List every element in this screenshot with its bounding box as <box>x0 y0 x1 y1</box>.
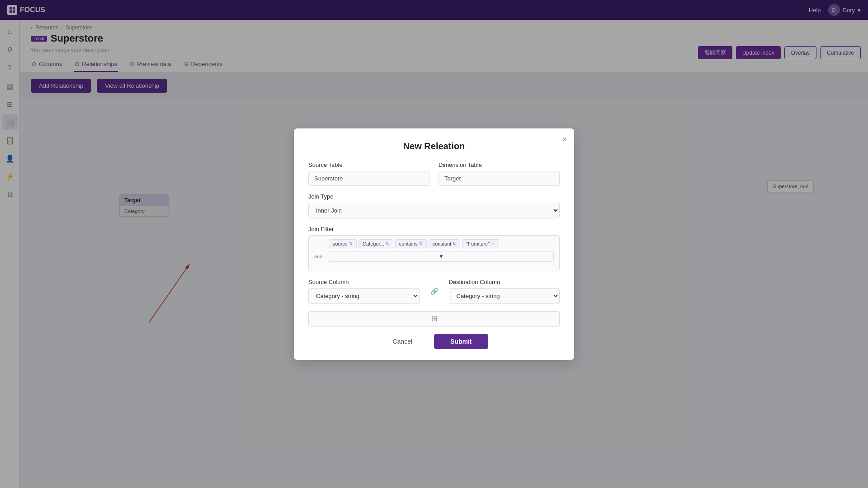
modal-title: New Releation <box>308 141 560 152</box>
source-column-select[interactable]: Category - string <box>308 288 420 304</box>
sort-icon-3: ⇅ <box>419 242 423 246</box>
modal-table-row: Source Table Dimension Table <box>308 161 560 186</box>
filter-category-value: Categor... <box>363 241 384 246</box>
join-filter-label: Join Filter <box>308 226 560 232</box>
filter-furniture-value: "Furniture" <box>466 241 490 246</box>
filter-remove-icon[interactable]: × <box>492 241 495 246</box>
modal-column-row: Source Column Category - string 🔗 Destin… <box>308 279 560 304</box>
filter-contains-tag[interactable]: contains ⇅ <box>395 239 427 248</box>
modal-close-button[interactable]: × <box>562 135 567 144</box>
filter-source-value: source <box>333 241 348 246</box>
filter-value-tag[interactable]: "Furniture" × <box>462 239 499 248</box>
filter-and-2: and <box>314 254 327 259</box>
submit-button[interactable]: Submit <box>434 334 488 349</box>
join-type-label: Join Type <box>308 193 560 200</box>
column-link-icon: 🔗 <box>430 288 438 295</box>
dimension-table-field: Dimension Table <box>439 161 560 186</box>
source-table-field: Source Table <box>308 161 429 186</box>
sort-icon: ⇅ <box>349 242 353 246</box>
filter-dropdown-icon[interactable]: ▼ <box>439 253 444 260</box>
filter-category-tag[interactable]: Categor... ⇅ <box>359 239 393 248</box>
join-type-field: Join Type Inner Join Left Join Right Joi… <box>308 193 560 218</box>
modal-overlay: × New Releation Source Table Dimension T… <box>0 0 868 488</box>
add-column-bar[interactable]: ⊞ <box>308 311 560 327</box>
dimension-table-label: Dimension Table <box>439 161 560 168</box>
source-column-label: Source Column <box>308 279 420 285</box>
source-table-label: Source Table <box>308 161 429 168</box>
sort-icon-4: ⇅ <box>453 242 456 246</box>
source-table-input[interactable] <box>308 171 429 186</box>
filter-row-2: and ▼ <box>314 251 554 262</box>
destination-column-label: Destination Column <box>449 279 560 285</box>
join-filter-box: source ⇅ Categor... ⇅ contains ⇅ constan… <box>308 235 560 271</box>
filter-row-1: source ⇅ Categor... ⇅ contains ⇅ constan… <box>314 239 554 248</box>
destination-column-field: Destination Column Category - string <box>449 279 560 304</box>
modal-actions: Cancel Submit <box>308 334 560 349</box>
new-relation-modal: × New Releation Source Table Dimension T… <box>294 128 574 360</box>
add-column-icon: ⊞ <box>431 314 437 323</box>
join-type-select[interactable]: Inner Join Left Join Right Join Full Joi… <box>308 203 560 218</box>
filter-constant-value: constant <box>433 241 452 246</box>
dimension-table-input[interactable] <box>439 171 560 186</box>
cancel-button[interactable]: Cancel <box>380 334 425 349</box>
filter-source-tag[interactable]: source ⇅ <box>329 239 357 248</box>
destination-column-select[interactable]: Category - string <box>449 288 560 304</box>
filter-contains-value: contains <box>399 241 418 246</box>
source-column-field: Source Column Category - string <box>308 279 420 304</box>
filter-constant-tag[interactable]: constant ⇅ <box>429 239 461 248</box>
sort-icon-2: ⇅ <box>386 242 389 246</box>
